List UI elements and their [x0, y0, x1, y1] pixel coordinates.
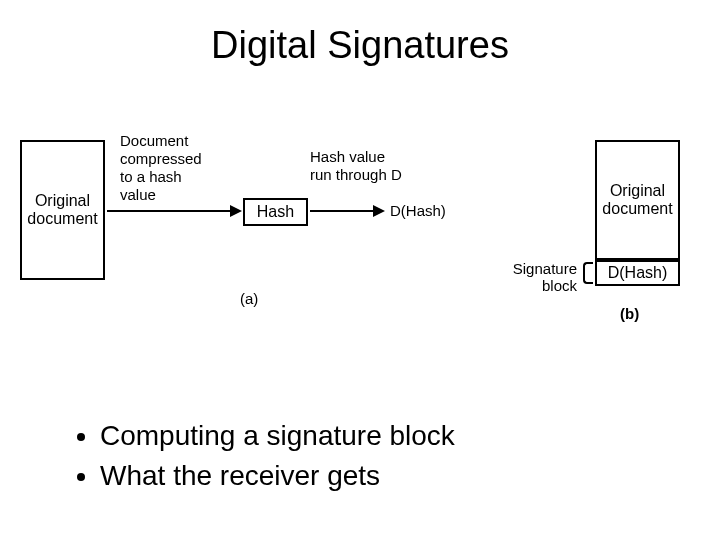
brace-signature	[583, 262, 593, 284]
arrow-hash-to-dhash-head	[373, 205, 385, 217]
box-hash: Hash	[243, 198, 308, 226]
bullet-item: What the receiver gets	[100, 460, 455, 492]
arrow-orig-to-hash	[107, 210, 232, 212]
figure-label-a: (a)	[240, 290, 258, 307]
label-compress: Document compressed to a hash value	[120, 132, 202, 204]
page-title: Digital Signatures	[0, 24, 720, 67]
bullet-item: Computing a signature block	[100, 420, 455, 452]
text-dhash-a: D(Hash)	[390, 202, 446, 219]
box-original-document-a: Original document	[20, 140, 105, 280]
box-original-document-a-label: Original document	[27, 192, 97, 228]
label-run-d: Hash value run through D	[310, 148, 402, 184]
box-hash-label: Hash	[257, 203, 294, 221]
arrow-hash-to-dhash	[310, 210, 375, 212]
box-original-document-b: Original document	[595, 140, 680, 260]
figure-label-b: (b)	[620, 305, 639, 322]
diagram-area: Original document Document compressed to…	[0, 120, 720, 320]
box-signature-dhash: D(Hash)	[595, 260, 680, 286]
box-original-document-b-label: Original document	[602, 182, 672, 218]
box-signature-dhash-label: D(Hash)	[608, 264, 668, 282]
arrow-orig-to-hash-head	[230, 205, 242, 217]
label-signature-block: Signature block	[505, 260, 577, 294]
bullet-list: Computing a signature block What the rec…	[70, 420, 455, 500]
